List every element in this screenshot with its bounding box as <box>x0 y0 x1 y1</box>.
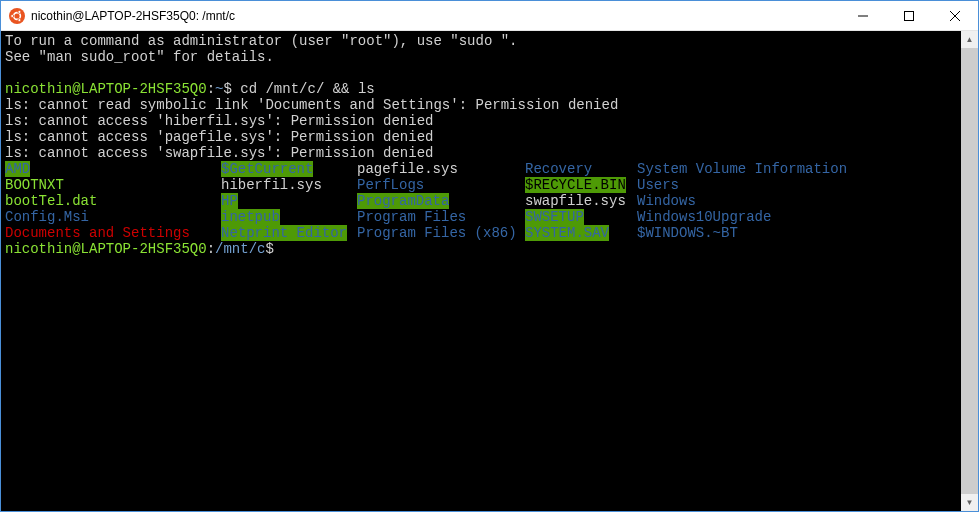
ls-entry: $RECYCLE.BIN <box>525 177 626 193</box>
prompt-path: /mnt/c <box>215 241 265 257</box>
ls-col: $WINDOWS.~BT <box>637 225 738 241</box>
scroll-down-arrow[interactable]: ▼ <box>961 494 978 511</box>
ls-entry: bootTel.dat <box>5 193 97 209</box>
ls-entry: System Volume Information <box>637 161 847 177</box>
ls-col: pagefile.sys <box>357 161 525 177</box>
ls-col: System Volume Information <box>637 161 847 177</box>
ls-entry: Windows <box>637 193 696 209</box>
error-line: ls: cannot access 'hiberfil.sys': Permis… <box>5 113 957 129</box>
ls-col: Program Files <box>357 209 525 225</box>
ls-col: Windows <box>637 193 696 209</box>
scroll-up-arrow[interactable]: ▲ <box>961 31 978 48</box>
ls-col: Users <box>637 177 679 193</box>
svg-point-3 <box>18 10 21 13</box>
ls-entry: pagefile.sys <box>357 161 458 177</box>
error-line: ls: cannot read symbolic link 'Documents… <box>5 97 957 113</box>
ls-entry: Config.Msi <box>5 209 89 225</box>
ls-entry: AMD <box>5 161 30 177</box>
ls-col: bootTel.dat <box>5 193 221 209</box>
scrollbar-thumb[interactable] <box>961 48 978 494</box>
terminal-output[interactable]: To run a command as administrator (user … <box>1 31 961 511</box>
ls-col: ProgramData <box>357 193 525 209</box>
svg-point-2 <box>11 14 14 17</box>
ls-entry: Documents and Settings <box>5 225 190 241</box>
vertical-scrollbar[interactable]: ▲ ▼ <box>961 31 978 511</box>
ls-col: hiberfil.sys <box>221 177 357 193</box>
ls-entry: BOOTNXT <box>5 177 64 193</box>
close-button[interactable] <box>932 1 978 30</box>
terminal-window: nicothin@LAPTOP-2HSF35Q0: /mnt/c To run … <box>0 0 979 512</box>
ls-col: BOOTNXT <box>5 177 221 193</box>
prompt-line: nicothin@LAPTOP-2HSF35Q0:~$ cd /mnt/c/ &… <box>5 81 957 97</box>
ls-col: Documents and Settings <box>5 225 221 241</box>
blank-line <box>5 65 957 81</box>
svg-rect-6 <box>905 11 914 20</box>
svg-point-4 <box>18 18 21 21</box>
ls-row: Documents and SettingsNetprint EditorPro… <box>5 225 957 241</box>
ls-col: Config.Msi <box>5 209 221 225</box>
ls-entry: Windows10Upgrade <box>637 209 771 225</box>
ls-entry: Users <box>637 177 679 193</box>
ls-col: Netprint Editor <box>221 225 357 241</box>
ls-col: swapfile.sys <box>525 193 637 209</box>
ls-entry: ProgramData <box>357 193 449 209</box>
prompt-line: nicothin@LAPTOP-2HSF35Q0:/mnt/c$ <box>5 241 957 257</box>
prompt-colon: : <box>207 81 215 97</box>
window-controls <box>840 1 978 30</box>
ls-entry: inetpub <box>221 209 280 225</box>
ls-entry: swapfile.sys <box>525 193 626 209</box>
ls-col: Recovery <box>525 161 637 177</box>
error-line: ls: cannot access 'swapfile.sys': Permis… <box>5 145 957 161</box>
ls-entry: hiberfil.sys <box>221 177 322 193</box>
ls-entry: Program Files (x86) <box>357 225 517 241</box>
ls-row: bootTel.datHPProgramDataswapfile.sysWind… <box>5 193 957 209</box>
sudo-hint-line: See "man sudo_root" for details. <box>5 49 957 65</box>
ls-col: SYSTEM.SAV <box>525 225 637 241</box>
sudo-hint-line: To run a command as administrator (user … <box>5 33 957 49</box>
ls-entry: Netprint Editor <box>221 225 347 241</box>
ls-col: $RECYCLE.BIN <box>525 177 637 193</box>
prompt-userhost: nicothin@LAPTOP-2HSF35Q0 <box>5 241 207 257</box>
ls-entry: PerfLogs <box>357 177 424 193</box>
ls-entry: SWSETUP <box>525 209 584 225</box>
ls-entry: $WINDOWS.~BT <box>637 225 738 241</box>
ls-entry: HP <box>221 193 238 209</box>
ls-entry: $GetCurrent <box>221 161 313 177</box>
ls-row: Config.MsiinetpubProgram FilesSWSETUPWin… <box>5 209 957 225</box>
error-line: ls: cannot access 'pagefile.sys': Permis… <box>5 129 957 145</box>
ls-col: AMD <box>5 161 221 177</box>
prompt-colon: : <box>207 241 215 257</box>
ls-entry: Program Files <box>357 209 466 225</box>
ls-col: Program Files (x86) <box>357 225 525 241</box>
titlebar: nicothin@LAPTOP-2HSF35Q0: /mnt/c <box>1 1 978 31</box>
prompt-userhost: nicothin@LAPTOP-2HSF35Q0 <box>5 81 207 97</box>
ls-row: BOOTNXThiberfil.sysPerfLogs$RECYCLE.BINU… <box>5 177 957 193</box>
typed-command: cd /mnt/c/ && ls <box>240 81 374 97</box>
ls-col: $GetCurrent <box>221 161 357 177</box>
scrollbar-track[interactable] <box>961 48 978 494</box>
prompt-dollar: $ <box>265 241 273 257</box>
ls-col: PerfLogs <box>357 177 525 193</box>
ls-col: inetpub <box>221 209 357 225</box>
ls-row: AMD$GetCurrentpagefile.sysRecoverySystem… <box>5 161 957 177</box>
ubuntu-icon <box>9 8 25 24</box>
ls-col: SWSETUP <box>525 209 637 225</box>
maximize-button[interactable] <box>886 1 932 30</box>
terminal-client-area: To run a command as administrator (user … <box>1 31 978 511</box>
prompt-dollar: $ <box>223 81 240 97</box>
minimize-button[interactable] <box>840 1 886 30</box>
window-title: nicothin@LAPTOP-2HSF35Q0: /mnt/c <box>31 9 840 23</box>
ls-entry: SYSTEM.SAV <box>525 225 609 241</box>
ls-entry: Recovery <box>525 161 592 177</box>
ls-col: Windows10Upgrade <box>637 209 771 225</box>
ls-col: HP <box>221 193 357 209</box>
